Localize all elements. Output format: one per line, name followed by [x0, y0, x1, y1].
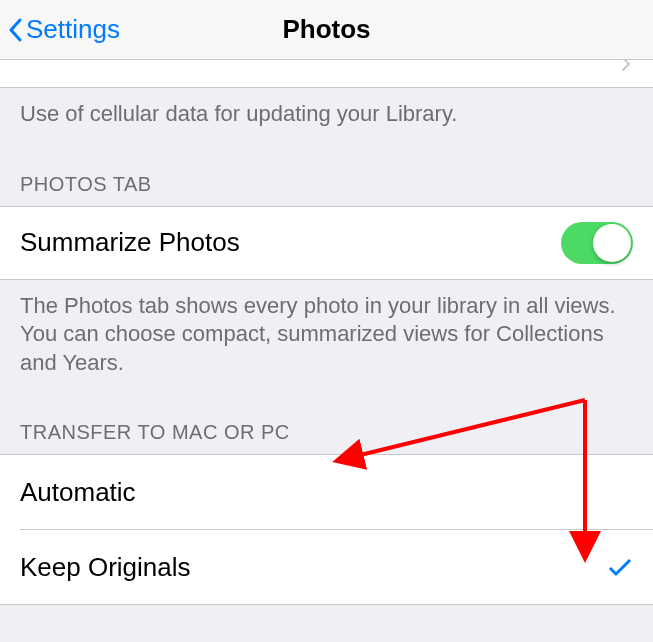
- back-button[interactable]: Settings: [8, 14, 120, 45]
- checkmark-icon: [607, 556, 633, 578]
- chevron-left-icon: [8, 18, 22, 42]
- summarize-photos-toggle[interactable]: [561, 222, 633, 264]
- photos-tab-footer-text: The Photos tab shows every photo in your…: [0, 280, 653, 386]
- cellular-footer-text: Use of cellular data for updating your L…: [0, 88, 653, 137]
- navigation-bar: Settings Photos: [0, 0, 653, 60]
- switch-knob: [593, 224, 631, 262]
- cellular-data-label: Cellular Data: [20, 60, 170, 61]
- transfer-option-automatic[interactable]: Automatic: [0, 455, 653, 529]
- summarize-photos-row[interactable]: Summarize Photos: [0, 206, 653, 280]
- transfer-option-label: Automatic: [20, 477, 136, 508]
- transfer-option-label: Keep Originals: [20, 552, 191, 583]
- back-label: Settings: [26, 14, 120, 45]
- chevron-right-icon: [621, 60, 631, 72]
- transfer-option-keep-originals[interactable]: Keep Originals: [0, 530, 653, 604]
- summarize-photos-label: Summarize Photos: [20, 227, 240, 258]
- cellular-data-row[interactable]: Cellular Data: [0, 60, 653, 88]
- section-header-photos-tab: PHOTOS TAB: [0, 137, 653, 206]
- section-header-transfer: TRANSFER TO MAC OR PC: [0, 385, 653, 454]
- transfer-options-group: Automatic Keep Originals: [0, 454, 653, 605]
